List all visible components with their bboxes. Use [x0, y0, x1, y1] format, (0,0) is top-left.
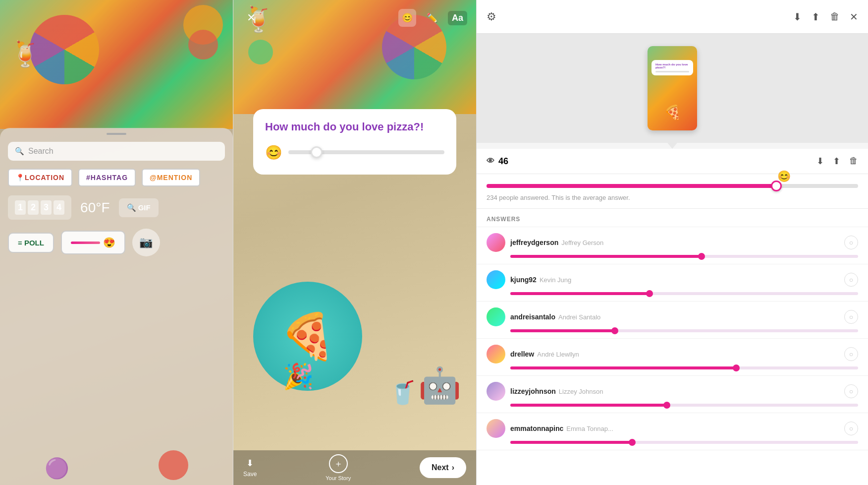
- answer-slider-thumb: [663, 402, 670, 409]
- panel2-bottom-bar: ⬇ Save ＋ Your Story Next ›: [233, 450, 476, 485]
- reply-button[interactable]: ○: [844, 310, 858, 324]
- tray-handle: [107, 133, 126, 135]
- panel2-food-area: 🍕 🎉 🤖 🥤: [233, 212, 476, 450]
- answer-username: jeffreydgerson: [510, 239, 558, 246]
- robot-figure: 🤖: [418, 365, 461, 406]
- edit-button[interactable]: ✏️: [423, 9, 441, 27]
- answer-slider: [510, 441, 858, 444]
- answer-username: drellew: [510, 350, 534, 358]
- panel2-top-right-icons: 😊 ✏️ Aa: [398, 9, 467, 27]
- reply-button[interactable]: ○: [844, 273, 858, 287]
- result-thumb: [771, 181, 782, 191]
- share-icon[interactable]: ⬆: [812, 11, 820, 23]
- countdown-d4: 4: [54, 200, 64, 215]
- bottom-decoration-1: 🟣: [45, 457, 69, 480]
- answer-item: drellew André Llewllyn ○: [477, 339, 868, 376]
- plus-icon: ＋: [334, 458, 343, 470]
- camera-icon: 📷: [139, 236, 153, 249]
- answer-slider-fill: [510, 292, 650, 295]
- story-preview-area: How much do you love pizza?! 🍕: [477, 34, 868, 143]
- sticker-picker-button[interactable]: 😊: [398, 9, 416, 27]
- slider-control[interactable]: 😊: [265, 144, 444, 161]
- answer-slider: [510, 255, 858, 258]
- answer-username: emmatonnapinc: [510, 424, 563, 432]
- slider-track: [71, 242, 100, 244]
- result-slider-track: 😊: [487, 184, 858, 188]
- views-number: 46: [498, 156, 508, 167]
- panel1-food-photo: 🍹: [0, 0, 233, 129]
- can-icon: 🥤: [389, 379, 417, 406]
- answer-top-row: kjung92 Kevin Jung ○: [487, 270, 858, 289]
- reply-button[interactable]: ○: [844, 422, 858, 435]
- gif-sticker[interactable]: 🔍 GIF: [119, 198, 159, 217]
- slider-emoji: 😍: [103, 237, 115, 248]
- answer-slider-fill: [510, 404, 667, 407]
- next-chevron-icon: ›: [452, 463, 454, 472]
- reply-button[interactable]: ○: [844, 384, 858, 398]
- save-icon: ⬇: [246, 458, 254, 469]
- sticker-row-2: 1 2 3 4 60°F 🔍 GIF: [0, 195, 233, 220]
- answer-slider: [510, 292, 858, 295]
- slider-sticker-card[interactable]: How much do you love pizza?! 😊: [253, 109, 456, 175]
- hashtag-sticker[interactable]: #HASHTAG: [78, 169, 136, 186]
- pencil-icon: ✏️: [427, 12, 437, 23]
- countdown-d3: 3: [41, 200, 52, 215]
- answer-item: andreisantalo Andrei Santalo ○: [477, 302, 868, 339]
- avatar: [487, 307, 505, 326]
- slider-thumb[interactable]: [311, 146, 323, 158]
- text-tool-button[interactable]: Aa: [448, 11, 467, 25]
- answer-top-row: andreisantalo Andrei Santalo ○: [487, 307, 858, 326]
- result-caption: 234 people answered. This is the average…: [487, 194, 858, 201]
- slider-result-area: 😊 234 people answered. This is the avera…: [477, 174, 868, 209]
- answer-slider-thumb: [629, 439, 636, 446]
- save-button[interactable]: ⬇ Save: [243, 458, 257, 478]
- stats-delete-icon[interactable]: 🗑: [849, 156, 858, 167]
- close-icon[interactable]: ✕: [850, 11, 858, 23]
- countdown-d1: 1: [15, 200, 26, 215]
- poll-sticker[interactable]: ≡ POLL: [8, 233, 54, 253]
- countdown-d2: 2: [28, 200, 39, 215]
- stats-download-icon[interactable]: ⬇: [816, 156, 824, 167]
- answer-username: kjung92: [510, 276, 537, 284]
- close-button[interactable]: ✕: [242, 9, 260, 27]
- sticker-search-bar[interactable]: 🔍 Search: [8, 142, 225, 161]
- your-story-button[interactable]: ＋ Your Story: [326, 454, 351, 481]
- answer-slider: [510, 404, 858, 407]
- mention-sticker[interactable]: @MENTION: [142, 169, 200, 186]
- answer-username: andreisantalo: [510, 313, 555, 321]
- slider-bar[interactable]: [288, 150, 444, 154]
- next-button[interactable]: Next ›: [420, 457, 466, 478]
- answer-top-row: emmatonnapinc Emma Tonnap... ○: [487, 419, 858, 438]
- panel-sticker-tray: 🍹 🔍 Search 📍LOCATION #HASHTAG @MENTION 1…: [0, 0, 233, 485]
- eye-icon: 👁: [487, 157, 494, 166]
- answer-slider: [510, 329, 858, 332]
- answer-slider-fill: [510, 255, 702, 258]
- emoji-slider-sticker[interactable]: 😍: [61, 231, 125, 254]
- reply-button[interactable]: ○: [844, 236, 858, 249]
- download-icon[interactable]: ⬇: [793, 11, 802, 23]
- avatar: [487, 419, 505, 438]
- answers-section: ANSWERS jeffreydgerson Jeffrey Gerson ○ …: [477, 209, 868, 485]
- answer-item: jeffreydgerson Jeffrey Gerson ○: [477, 227, 868, 264]
- thumb-slider-card: How much do you love pizza?!: [651, 60, 693, 75]
- delete-icon[interactable]: 🗑: [830, 11, 840, 22]
- answers-header-label: ANSWERS: [477, 209, 868, 227]
- countdown-sticker[interactable]: 1 2 3 4: [8, 195, 71, 220]
- answer-slider: [510, 366, 858, 369]
- stats-share-icon[interactable]: ⬆: [833, 156, 840, 167]
- camera-sticker[interactable]: 📷: [132, 229, 160, 256]
- sticker-tray: 🔍 Search 📍LOCATION #HASHTAG @MENTION 1 2…: [0, 128, 233, 485]
- answer-slider-thumb: [611, 327, 618, 334]
- temperature-sticker[interactable]: 60°F: [80, 200, 109, 216]
- answer-slider-thumb: [646, 290, 653, 297]
- location-sticker[interactable]: 📍LOCATION: [8, 169, 72, 186]
- your-story-circle: ＋: [329, 454, 348, 473]
- sticker-icon: 😊: [402, 12, 413, 23]
- settings-icon[interactable]: ⚙: [487, 10, 496, 23]
- slider-emoji: 😊: [265, 144, 282, 161]
- answer-slider-fill: [510, 329, 615, 332]
- panel2-toolbar: ✕ 😊 ✏️ Aa: [242, 9, 467, 27]
- reply-button[interactable]: ○: [844, 347, 858, 361]
- answer-top-row: jeffreydgerson Jeffrey Gerson ○: [487, 233, 858, 252]
- answer-names: jeffreydgerson Jeffrey Gerson: [510, 239, 839, 246]
